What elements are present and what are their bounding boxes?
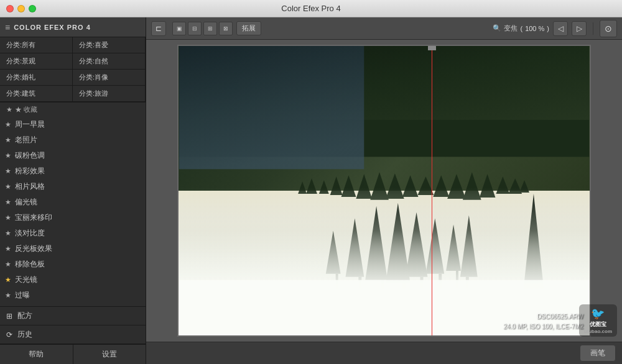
zoom-next-button[interactable]: ▷ — [572, 21, 587, 36]
zoom-percent: 100 % — [525, 25, 544, 32]
svg-marker-32 — [446, 225, 461, 271]
export-icon-button[interactable]: ⊏ — [151, 21, 166, 36]
view-mode-buttons: ▣ ⊟ ⊞ ⊠ — [172, 22, 233, 35]
zoom-prev-button[interactable]: ◁ — [553, 21, 568, 36]
svg-rect-33 — [456, 271, 458, 293]
gold-star-icon: ★ — [5, 276, 11, 284]
svg-rect-23 — [358, 277, 361, 305]
image-info: DSC06525.ARW 24.0 MP, ISO 100, ILCE-7M2 — [503, 312, 583, 332]
category-travel[interactable]: 分类:旅游 — [73, 86, 146, 102]
star-icon: ★ — [5, 183, 11, 191]
category-grid: 分类:所有 分类:喜爱 分类:景观 分类:自然 分类:婚礼 分类:肖像 分类:建… — [0, 37, 146, 102]
mountain-layer — [179, 46, 590, 191]
twitter-icon: 🐦 — [591, 307, 605, 321]
filter-carbon-tone[interactable]: ★ 碳粉色调 — [0, 148, 146, 163]
category-architecture[interactable]: 分类:建筑 — [0, 86, 73, 102]
filter-photo-style[interactable]: ★ 相片风格 — [0, 179, 146, 194]
window-controls — [6, 5, 36, 12]
filter-sunlight[interactable]: ★ 阳光 — [0, 303, 146, 306]
maximize-button[interactable] — [29, 5, 36, 12]
star-icon: ★ — [5, 291, 11, 299]
compare-button[interactable]: ⊠ — [219, 22, 233, 35]
side-by-side-button[interactable]: ⊞ — [203, 22, 217, 35]
zoom-label: 变焦 — [504, 24, 518, 33]
filter-reflector[interactable]: ★ 反光板效果 — [0, 241, 146, 257]
filter-monday-morning[interactable]: ★ 周一早晨 — [0, 117, 146, 132]
svg-marker-28 — [406, 212, 428, 277]
comparison-line[interactable] — [432, 46, 432, 335]
filter-skylight[interactable]: ★ 天光镜 — [0, 272, 146, 288]
category-wedding[interactable]: 分类:婚礼 — [0, 70, 73, 86]
favorites-section-header: ★ ★ 收藏 — [0, 102, 146, 117]
window-title: Color Efex Pro 4 — [281, 4, 340, 13]
filter-old-photo[interactable]: ★ 老照片 — [0, 132, 146, 148]
svg-marker-30 — [425, 219, 444, 274]
brush-button[interactable]: 画笔 — [580, 345, 616, 362]
svg-marker-34 — [460, 216, 478, 277]
recipe-icon: ⊞ — [6, 312, 12, 321]
action-button[interactable]: 拓展 — [236, 21, 261, 35]
filter-pastel[interactable]: ★ 粉彩效果 — [0, 163, 146, 179]
star-icon: ★ — [5, 245, 11, 253]
zoom-close-paren: ) — [547, 25, 549, 32]
watermark: 🐦 优图宝 utubao.com — [579, 304, 617, 337]
sidebar-bottom: ⊞ 配方 ⟳ 历史 帮助 设置 — [0, 306, 146, 364]
svg-rect-27 — [402, 283, 406, 317]
sidebar: ≡ COLOR EFEX PRO 4 分类:所有 分类:喜爱 分类:景观 分类:… — [0, 17, 146, 364]
svg-rect-21 — [336, 274, 338, 299]
category-favorites[interactable]: 分类:喜爱 — [73, 37, 146, 53]
category-all[interactable]: 分类:所有 — [0, 37, 73, 53]
bw-toggle-button[interactable]: ⊙ — [600, 20, 617, 37]
filter-polaroid[interactable]: ★ 宝丽来移印 — [0, 210, 146, 225]
image-container: DSC06525.ARW 24.0 MP, ISO 100, ILCE-7M2 — [177, 45, 591, 337]
svg-marker-36 — [523, 194, 544, 293]
help-button[interactable]: 帮助 — [0, 345, 73, 364]
zoom-value: ( — [520, 25, 522, 32]
bw-icon: ⊙ — [605, 24, 612, 34]
titlebar: Color Efex Pro 4 — [0, 0, 622, 17]
history-item[interactable]: ⟳ 历史 — [0, 325, 146, 344]
svg-rect-25 — [381, 280, 384, 311]
watermark-text: 优图宝 — [590, 321, 606, 329]
image-display: DSC06525.ARW 24.0 MP, ISO 100, ILCE-7M2 — [177, 45, 591, 337]
filter-remove-color[interactable]: ★ 移除色板 — [0, 257, 146, 272]
filter-polarizer[interactable]: ★ 偏光镜 — [0, 194, 146, 210]
filter-overexpose[interactable]: ★ 过曝 — [0, 288, 146, 303]
image-metadata: 24.0 MP, ISO 100, ILCE-7M2 — [503, 322, 583, 332]
minimize-button[interactable] — [17, 5, 25, 12]
svg-marker-22 — [346, 219, 364, 277]
bottom-bar: 画笔 — [146, 342, 622, 364]
sidebar-title: COLOR EFEX PRO 4 — [14, 24, 91, 31]
svg-marker-37 — [521, 230, 547, 304]
svg-marker-24 — [365, 206, 388, 280]
star-icon: ★ — [5, 229, 11, 237]
filename: DSC06525.ARW — [503, 312, 583, 322]
star-icon: ★ — [5, 121, 11, 129]
filter-list[interactable]: ★ 周一早晨 ★ 老照片 ★ 碳粉色调 ★ 粉彩效果 ★ 相片风格 ★ 偏光镜 — [0, 117, 146, 306]
content-area: ⊏ ▣ ⊟ ⊞ ⊠ 拓展 🔍 变焦 ( 100 % ) ◁ ▷ — [146, 17, 622, 364]
zoom-control: 🔍 变焦 ( 100 % ) — [493, 24, 549, 33]
svg-rect-29 — [420, 277, 424, 305]
star-icon: ★ — [5, 152, 11, 160]
category-nature[interactable]: 分类:自然 — [73, 53, 146, 70]
close-button[interactable] — [6, 5, 14, 12]
search-icon: 🔍 — [493, 24, 501, 32]
category-landscape[interactable]: 分类:景观 — [0, 53, 73, 70]
category-portrait[interactable]: 分类:肖像 — [73, 70, 146, 86]
filter-faded-contrast[interactable]: ★ 淡对比度 — [0, 225, 146, 241]
sidebar-action-buttons: 帮助 设置 — [0, 344, 146, 364]
comparison-handle[interactable] — [428, 45, 436, 50]
settings-button[interactable]: 设置 — [73, 345, 146, 364]
main-container: ≡ COLOR EFEX PRO 4 分类:所有 分类:喜爱 分类:景观 分类:… — [0, 17, 622, 364]
svg-rect-35 — [466, 277, 469, 305]
recipe-item[interactable]: ⊞ 配方 — [0, 307, 146, 325]
single-view-button[interactable]: ▣ — [172, 22, 186, 35]
star-icon: ★ — [5, 136, 11, 144]
toolbar-separator — [593, 22, 593, 35]
star-icon: ★ — [5, 260, 11, 268]
sidebar-header: ≡ COLOR EFEX PRO 4 — [0, 17, 146, 37]
history-icon: ⟳ — [6, 330, 12, 339]
canvas-area[interactable]: DSC06525.ARW 24.0 MP, ISO 100, ILCE-7M2 … — [146, 40, 622, 342]
split-view-button[interactable]: ⊟ — [188, 22, 202, 35]
toolbar: ⊏ ▣ ⊟ ⊞ ⊠ 拓展 🔍 变焦 ( 100 % ) ◁ ▷ — [146, 17, 622, 40]
